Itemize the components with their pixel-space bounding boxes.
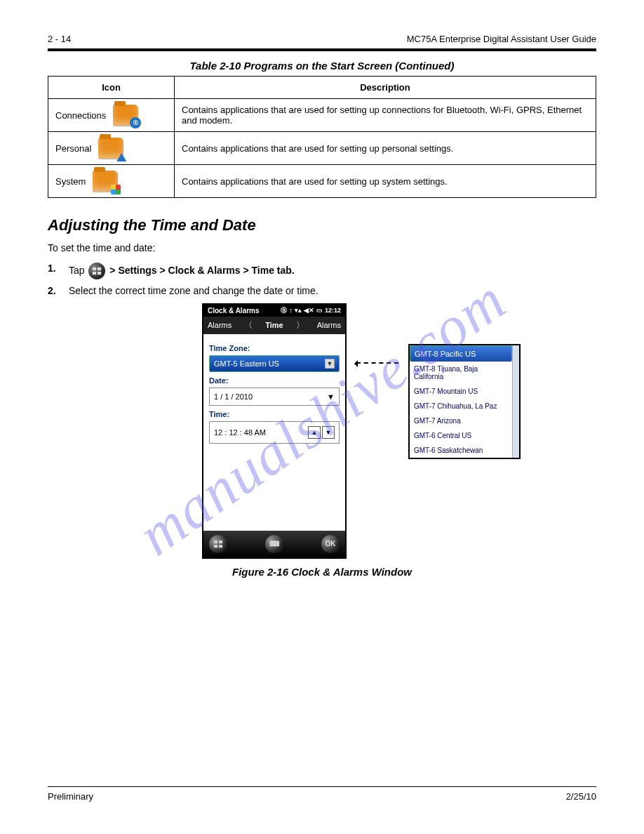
svg-rect-4	[214, 540, 217, 543]
signal-icon: ▾▴	[295, 307, 302, 314]
step-1: 1. Tap > Settings > Clock & Alarms > Tim…	[48, 263, 596, 279]
step-num: 1.	[48, 263, 60, 279]
page-number: 2 - 14	[48, 34, 71, 44]
list-item[interactable]: GMT-7 Arizona	[410, 413, 512, 428]
nav-prev-icon[interactable]: 〈	[244, 319, 253, 331]
svg-rect-7	[219, 544, 222, 547]
figure-caption: Figure 2-16 Clock & Alarms Window	[48, 566, 596, 578]
time-down-button[interactable]: ▼	[322, 426, 335, 439]
folder-system-icon	[93, 171, 118, 192]
callout-arrow	[356, 362, 398, 364]
table-row: Personal Contains applications that are …	[48, 132, 596, 165]
timezone-list[interactable]: GMT-8 Pacific US GMT-8 Tijuana, Baja Cal…	[408, 344, 521, 459]
battery-icon: ▭	[316, 307, 323, 314]
sync-icon: ↕	[289, 307, 293, 314]
folder-personal-icon	[98, 138, 123, 159]
scrollbar[interactable]	[512, 345, 519, 458]
time-label: Time:	[209, 410, 340, 418]
icons-table: Icon Description Connections ⦿ Contains …	[48, 76, 596, 198]
list-item[interactable]: GMT-7 Mountain US	[410, 384, 512, 399]
intro-text: To set the time and date:	[48, 241, 596, 256]
footer-left: Preliminary	[48, 791, 93, 802]
row-label: System	[55, 176, 86, 187]
keyboard-button[interactable]: ⌨	[265, 535, 283, 553]
clock-text: 12:12	[325, 307, 341, 314]
nav-right[interactable]: Alarms	[317, 321, 341, 329]
phone-title: Clock & Alarms	[208, 307, 260, 315]
tz-label: Time Zone:	[209, 344, 340, 352]
page-footer: Preliminary 2/25/10	[48, 786, 596, 802]
table-row: System Contains applications that are us…	[48, 165, 596, 198]
status-icons: ⓐ ↕ ▾▴ ◀✕ ▭ 12:12	[281, 306, 341, 315]
input-mode-icon: ⓐ	[281, 306, 287, 315]
row-label: Personal	[55, 143, 91, 154]
svg-rect-5	[219, 540, 222, 543]
svg-rect-2	[93, 271, 96, 274]
table-row: Connections ⦿ Contains applications that…	[48, 99, 596, 132]
ok-button[interactable]: OK	[321, 535, 340, 553]
date-value: 1 / 1 / 2010	[214, 392, 253, 401]
list-item[interactable]: GMT-8 Pacific US	[410, 345, 512, 362]
date-field[interactable]: 1 / 1 / 2010 ▼	[209, 388, 340, 406]
row-label: Connections	[55, 110, 106, 121]
svg-rect-3	[98, 271, 101, 274]
step-after: > Settings > Clock & Alarms > Time tab.	[109, 264, 294, 275]
list-item[interactable]: GMT-6 Central US	[410, 428, 512, 443]
step-pre: Tap	[69, 264, 87, 275]
col-desc: Description	[175, 77, 596, 99]
start-button[interactable]	[209, 535, 227, 553]
table-caption: Table 2-10 Programs on the Start Screen …	[48, 60, 596, 72]
step-text: Tap > Settings > Clock & Alarms > Time t…	[69, 263, 295, 279]
step-2: 2. Select the correct time zone and chan…	[48, 285, 596, 296]
chevron-down-icon[interactable]: ▼	[327, 392, 335, 401]
nav-left[interactable]: Alarms	[208, 321, 232, 329]
time-field[interactable]: 12 : 12 : 48 AM ▲ ▼	[209, 421, 340, 444]
nav-next-icon[interactable]: 〉	[296, 319, 304, 331]
list-item[interactable]: GMT-6 Saskatchewan	[410, 443, 512, 458]
row-desc: Contains applications that are used for …	[175, 99, 596, 132]
list-item[interactable]: GMT-8 Tijuana, Baja California	[410, 362, 512, 384]
figure: Clock & Alarms ⓐ ↕ ▾▴ ◀✕ ▭ 12:12 Alarms …	[202, 303, 596, 559]
windows-start-icon	[88, 263, 105, 279]
header-rule	[48, 48, 596, 51]
chevron-down-icon[interactable]: ▼	[325, 359, 335, 369]
book-title: MC75A Enterprise Digital Assistant User …	[407, 34, 596, 44]
timezone-select[interactable]: GMT-5 Eastern US ▼	[209, 355, 340, 372]
col-icon: Icon	[48, 77, 175, 99]
svg-rect-6	[214, 544, 217, 547]
phone-mock: Clock & Alarms ⓐ ↕ ▾▴ ◀✕ ▭ 12:12 Alarms …	[202, 303, 347, 559]
folder-connections-icon: ⦿	[113, 105, 138, 126]
section-heading: Adjusting the Time and Date	[48, 216, 596, 234]
time-up-button[interactable]: ▲	[308, 426, 321, 439]
step-text: Select the correct time zone and change …	[69, 285, 318, 296]
time-value: 12 : 12 : 48 AM	[214, 428, 266, 437]
step-num: 2.	[48, 285, 60, 296]
footer-right: 2/25/10	[566, 791, 596, 802]
row-desc: Contains applications that are used for …	[175, 132, 596, 165]
volume-icon: ◀✕	[304, 307, 314, 314]
list-item[interactable]: GMT-7 Chihuahua, La Paz	[410, 399, 512, 413]
svg-rect-0	[93, 267, 96, 270]
date-label: Date:	[209, 376, 340, 385]
svg-rect-1	[98, 267, 101, 270]
tz-value: GMT-5 Eastern US	[214, 359, 279, 368]
row-desc: Contains applications that are used for …	[175, 165, 596, 198]
nav-center: Time	[265, 321, 283, 329]
